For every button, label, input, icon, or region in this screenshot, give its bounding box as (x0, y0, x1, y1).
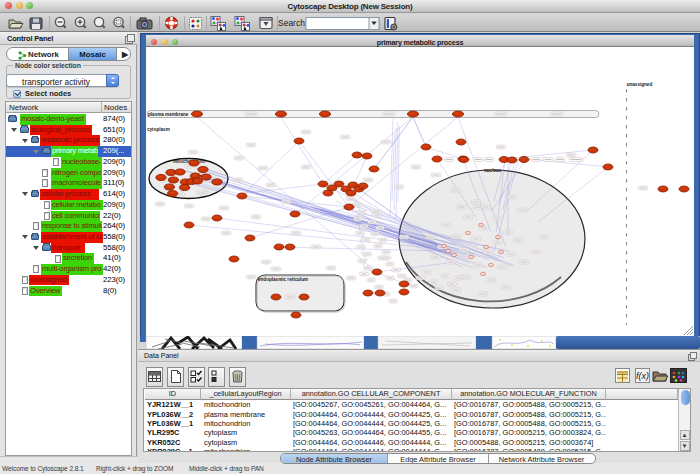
svg-text:plasma membrane: plasma membrane (148, 112, 189, 117)
svg-text:nucleus: nucleus (484, 168, 502, 173)
svg-text:unassigned: unassigned (627, 82, 653, 87)
svg-text:cytoplasm: cytoplasm (147, 127, 170, 132)
svg-text:Search:: Search: (278, 18, 307, 28)
svg-text:endoplasmic reticulum: endoplasmic reticulum (258, 277, 308, 282)
